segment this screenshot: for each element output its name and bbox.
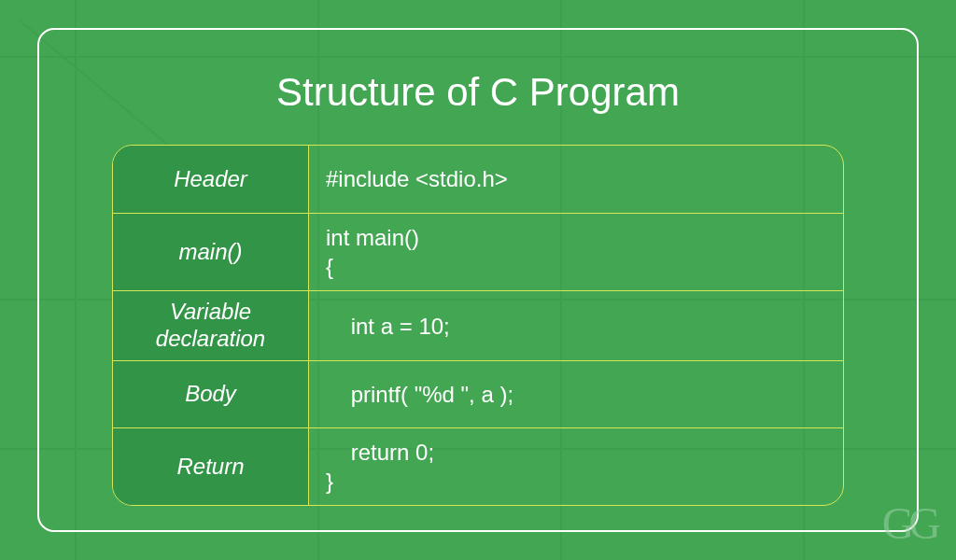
table-row: Return return 0; } (113, 427, 843, 505)
row-code-main: int main() { (309, 214, 843, 290)
table-row: Body printf( "%d ", a ); (113, 360, 843, 427)
row-label-header: Header (113, 146, 309, 213)
table-row: Variable declaration int a = 10; (113, 290, 843, 360)
row-code-variable: int a = 10; (309, 291, 843, 360)
row-label-variable: Variable declaration (113, 291, 309, 360)
table-row: main() int main() { (113, 213, 843, 290)
row-label-body: Body (113, 361, 309, 427)
row-label-return: Return (113, 428, 309, 505)
row-code-header: #include <stdio.h> (309, 146, 843, 213)
gg-logo: GG (882, 497, 935, 549)
structure-table: Header #include <stdio.h> main() int mai… (112, 145, 844, 506)
row-label-main: main() (113, 214, 309, 290)
table-row: Header #include <stdio.h> (113, 146, 843, 213)
row-code-return: return 0; } (309, 428, 843, 505)
diagram-title: Structure of C Program (0, 70, 956, 115)
row-code-body: printf( "%d ", a ); (309, 361, 843, 427)
